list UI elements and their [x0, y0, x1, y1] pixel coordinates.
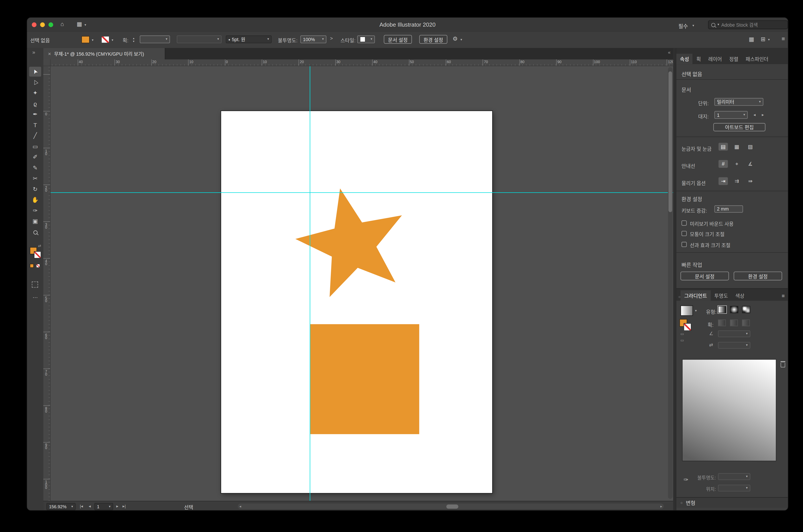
previous-artboard-button[interactable]: ◂	[753, 113, 756, 117]
pen-tool[interactable]: ✒	[29, 109, 41, 119]
artboard-tool[interactable]: ▣	[29, 216, 41, 226]
linear-gradient-icon[interactable]	[718, 306, 726, 313]
paintbrush-tool[interactable]: ✐	[29, 152, 41, 162]
home-icon[interactable]: ⌂	[60, 21, 64, 27]
show-guides-icon[interactable]: #	[718, 160, 728, 168]
gradient-stroke-proxy[interactable]	[684, 323, 691, 331]
magic-wand-tool[interactable]: ✦	[29, 88, 41, 98]
toolbar-stroke-swatch[interactable]	[34, 251, 41, 259]
gradient-preview[interactable]	[682, 359, 777, 461]
snap-to-pixel-icon[interactable]: ⇛	[746, 177, 755, 185]
search-caret-icon[interactable]: ▾	[717, 23, 719, 26]
horizontal-guide[interactable]	[51, 192, 673, 193]
tab-transparency[interactable]: 투명도	[711, 290, 732, 301]
zoom-level-select[interactable]: 156.92% ▾	[46, 503, 76, 510]
none-button[interactable]	[36, 264, 40, 268]
workspace-switcher[interactable]: 필수	[678, 22, 688, 30]
opacity-input[interactable]: 100% ▾	[300, 35, 326, 43]
vertical-scrollbar-thumb[interactable]	[669, 72, 672, 212]
width-profile-select[interactable]: ▾	[177, 35, 222, 43]
quick-document-setup-button[interactable]: 문서 설정	[680, 271, 729, 280]
vertical-guide[interactable]	[310, 66, 310, 501]
style-select[interactable]: ▾	[357, 35, 375, 43]
tab-gradient[interactable]: 그라디언트	[680, 290, 711, 301]
units-select[interactable]: 밀리미터 ▾	[714, 98, 763, 106]
next-artboard-icon[interactable]: ▸	[116, 504, 118, 509]
fill-caret-icon[interactable]: ▾	[92, 38, 94, 42]
snap-to-grid-icon[interactable]: ⇉	[732, 177, 742, 185]
type-tool[interactable]: T	[29, 120, 41, 130]
settings-icon[interactable]: ⚙	[452, 35, 457, 42]
vertical-scrollbar[interactable]	[668, 67, 672, 499]
next-artboard-button[interactable]: ▸	[762, 113, 764, 117]
tab-stroke[interactable]: 획	[693, 54, 705, 64]
color-button[interactable]	[30, 264, 34, 268]
radial-gradient-icon[interactable]	[730, 306, 738, 313]
show-grid-icon[interactable]: ▦	[732, 143, 742, 151]
canvas[interactable]	[51, 66, 673, 501]
star-object[interactable]	[295, 189, 402, 297]
toolbar-expand-icon[interactable]: »	[32, 50, 35, 55]
document-tab[interactable]: × 무제-1* @ 156.92% (CMYK/GPU 미리 보기)	[43, 48, 165, 59]
horizontal-scrollbar-thumb[interactable]	[446, 504, 458, 509]
reverse-gradient-icon[interactable]: ⇄	[709, 342, 713, 348]
vertical-ruler[interactable]: 0 10 20 30 40 50 60 70 80 90 100	[43, 66, 51, 501]
gradient-stroke-toggle-icon[interactable]: ▭	[680, 338, 684, 342]
ruler-origin-corner[interactable]	[43, 59, 51, 66]
gradient-across-stroke-icon[interactable]	[742, 320, 750, 326]
transform-panel-header[interactable]: ○ 변형	[676, 497, 788, 508]
arrange-documents-icon[interactable]: ▦	[749, 36, 754, 43]
brush-select[interactable]: ● 5pt. 원 ▾	[226, 35, 272, 43]
stroke-color-control[interactable]	[101, 36, 110, 43]
control-menu-icon[interactable]: ≡	[782, 35, 785, 42]
show-transparency-grid-icon[interactable]: ▨	[746, 143, 755, 151]
tab-pathfinder[interactable]: 패스파인더	[742, 54, 772, 64]
panel-cycle-icon[interactable]: ○	[678, 295, 680, 299]
hand-tool[interactable]: ✋	[29, 195, 41, 205]
gradient-opacity-select[interactable]: ▾	[718, 473, 750, 480]
swap-fill-stroke-icon[interactable]: ⇄	[38, 244, 41, 248]
stepper-up-icon[interactable]: ▴	[133, 37, 134, 40]
gradient-swatch[interactable]	[680, 305, 693, 316]
square-object[interactable]	[310, 324, 419, 434]
app-frame-icon[interactable]: ▦	[77, 21, 82, 28]
gradient-swatch-caret-icon[interactable]: ▾	[695, 309, 697, 312]
rectangle-tool[interactable]: ▭	[29, 142, 41, 152]
close-tab-icon[interactable]: ×	[48, 51, 51, 57]
last-artboard-icon[interactable]: ▸|	[123, 504, 126, 509]
snap-to-point-icon[interactable]: ⇥	[718, 177, 728, 185]
show-rulers-icon[interactable]: ▤	[718, 143, 728, 151]
eyedropper-tool[interactable]: ✑	[29, 206, 41, 216]
gradient-within-stroke-icon[interactable]	[718, 320, 726, 326]
previous-artboard-icon[interactable]: ◂	[89, 504, 91, 509]
freeform-gradient-icon[interactable]	[742, 306, 750, 313]
gradient-angle-select[interactable]: ▾	[718, 330, 750, 337]
settings-caret-icon[interactable]: ▾	[461, 38, 462, 41]
stepper-down-icon[interactable]: ▾	[133, 40, 134, 43]
artboard-navigation-select[interactable]: 1 ▾	[94, 503, 113, 510]
gradient-along-stroke-icon[interactable]	[730, 320, 738, 326]
scissors-tool[interactable]: ✂	[29, 174, 41, 184]
tab-layers[interactable]: 레이어	[705, 54, 726, 64]
scroll-left-icon[interactable]: ◂	[239, 505, 241, 509]
zoom-window-button[interactable]	[49, 22, 53, 27]
document-setup-button[interactable]: 문서 설정	[384, 35, 412, 44]
zoom-tool[interactable]	[29, 227, 41, 237]
tab-align[interactable]: 정렬	[726, 54, 742, 64]
scale-strokes-effects-checkbox[interactable]	[681, 242, 687, 247]
direct-selection-tool[interactable]: ▷	[29, 77, 41, 87]
lasso-tool[interactable]: ϱ	[29, 99, 41, 109]
stroke-weight-stepper[interactable]: ▴ ▾	[133, 37, 134, 43]
tab-color[interactable]: 색상	[732, 290, 748, 301]
gradient-aspect-select[interactable]: ▾	[718, 342, 750, 349]
opacity-more-icon[interactable]: >	[330, 36, 333, 41]
line-segment-tool[interactable]: ╱	[29, 131, 41, 141]
horizontal-ruler[interactable]: 40 30 20 10 0 10 20 30 40 50 60 70 80 90…	[51, 59, 673, 66]
app-frame-caret-icon[interactable]: ▾	[85, 23, 86, 27]
use-preview-bounds-checkbox[interactable]	[681, 221, 687, 226]
fill-color-control[interactable]	[81, 36, 90, 43]
selection-tool[interactable]: ➤	[29, 66, 41, 77]
scale-corners-checkbox[interactable]	[681, 231, 687, 236]
first-artboard-icon[interactable]: |◂	[80, 504, 83, 509]
artboard-select[interactable]: 1 ▾	[714, 111, 748, 119]
